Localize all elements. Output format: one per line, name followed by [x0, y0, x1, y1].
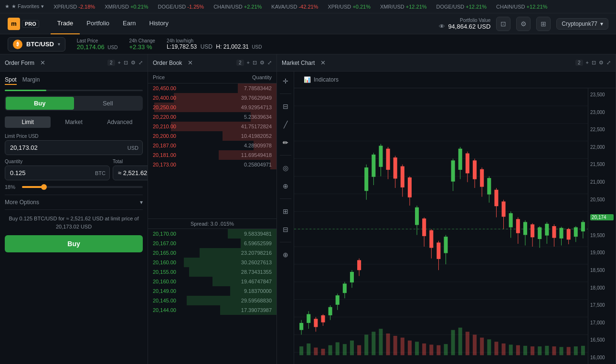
- market-chart-close-button[interactable]: ✕: [320, 59, 326, 66]
- expand-icon[interactable]: ⤢: [606, 60, 611, 66]
- slider-track[interactable]: [22, 186, 143, 188]
- bid-row[interactable]: 20,149.00 9.18370000: [148, 286, 276, 296]
- settings-icon[interactable]: ⚙: [131, 60, 136, 66]
- ask-bar: [154, 103, 276, 112]
- margin-tab[interactable]: Margin: [22, 76, 40, 85]
- add-panel-icon[interactable]: +: [118, 60, 121, 66]
- ticker-item[interactable]: XPR/USD -2.18%: [53, 4, 95, 10]
- bid-row[interactable]: 20,160.00 19.46747847: [148, 277, 276, 286]
- ruler-tool[interactable]: ⊞: [280, 206, 291, 217]
- more-options-toggle[interactable]: More Options ▾: [5, 195, 143, 210]
- layout-button[interactable]: ⊞: [536, 17, 551, 31]
- settings-icon[interactable]: ⚙: [599, 60, 604, 66]
- bookmark-tool[interactable]: ⊟: [280, 101, 291, 112]
- ask-row[interactable]: 20,400.00 39.76629949: [148, 93, 276, 103]
- favorites-dropdown[interactable]: ★ ★ Favorites ▾: [5, 3, 44, 10]
- bid-row[interactable]: 20,155.00 28.73431355: [148, 267, 276, 277]
- ask-row[interactable]: 20,450.00 7.78583442: [148, 83, 276, 93]
- bid-row[interactable]: 20,145.00 29.59568830: [148, 296, 276, 305]
- ask-row[interactable]: 20,250.00 49.92954713: [148, 103, 276, 112]
- ticker-item[interactable]: XMR/USD +0.21%: [105, 4, 148, 10]
- total-input[interactable]: [113, 166, 148, 180]
- advanced-tab[interactable]: Advanced: [97, 116, 143, 128]
- svg-rect-25: [329, 307, 332, 315]
- camera-tool[interactable]: ⊟: [280, 224, 291, 235]
- logo-icon: m: [8, 18, 20, 30]
- svg-rect-110: [401, 338, 404, 355]
- settings-button[interactable]: ⚙: [516, 17, 531, 31]
- bid-row[interactable]: 20,160.00 30.26027613: [148, 258, 276, 267]
- ticker-item[interactable]: DOGE/USD -1.25%: [158, 4, 204, 10]
- nav-trade[interactable]: Trade: [51, 13, 80, 34]
- bid-row[interactable]: 20,167.00 6.59652599: [148, 239, 276, 248]
- eye-tool[interactable]: ◎: [280, 162, 291, 174]
- buy-button[interactable]: Buy: [6, 97, 74, 110]
- indicators-button[interactable]: 📊 Indicators: [299, 74, 343, 85]
- add-panel-icon[interactable]: +: [247, 60, 250, 66]
- cursor-tool[interactable]: ✛: [280, 75, 291, 87]
- nav-portfolio[interactable]: Portfolio: [80, 13, 116, 34]
- ticker-item[interactable]: XMR/USD +12.21%: [380, 4, 427, 10]
- bid-row[interactable]: 20,165.00 23.20798216: [148, 248, 276, 258]
- detach-icon[interactable]: ⊡: [592, 60, 596, 66]
- order-form-title: Order Form: [5, 60, 34, 66]
- ticker-item[interactable]: CHAIN/USD +2.21%: [213, 4, 262, 10]
- ticker-item[interactable]: KAVA/USD -42.21%: [271, 4, 318, 10]
- ask-bar: [174, 93, 276, 103]
- ticker-item[interactable]: DOGE/USD +12.21%: [436, 4, 487, 10]
- svg-rect-97: [307, 343, 310, 355]
- ask-row[interactable]: 20,173.00 0.25804971: [148, 160, 276, 169]
- limit-price-input-row: USD: [5, 140, 143, 155]
- indicators-icon: 📊: [304, 76, 311, 83]
- order-form-close-button[interactable]: ✕: [40, 59, 45, 66]
- svg-rect-115: [436, 345, 440, 355]
- order-book-content: Price Quantity 20,450.00 7.78583442 20,4…: [148, 72, 276, 364]
- nav-history[interactable]: History: [143, 13, 175, 34]
- quantity-group: Quantity BTC: [5, 159, 110, 180]
- order-form-panel: Order Form ✕ 2 + ⊡ ⚙ ⤢ Spot Margin Buy S…: [0, 54, 148, 364]
- quantity-input[interactable]: [5, 166, 95, 180]
- pencil-tool[interactable]: ✏: [280, 137, 291, 148]
- expand-icon[interactable]: ⤢: [267, 60, 272, 66]
- submit-buy-button[interactable]: Buy: [5, 235, 143, 252]
- pair-selector[interactable]: ₿ BTC/USD ▾: [8, 37, 65, 52]
- trend-line-tool[interactable]: ╱: [280, 119, 291, 130]
- ask-row[interactable]: 20,210.00 41.75172824: [148, 122, 276, 131]
- order-form-count: 2: [107, 60, 115, 66]
- svg-rect-103: [350, 341, 354, 355]
- market-tab[interactable]: Market: [51, 116, 96, 128]
- limit-price-input[interactable]: [5, 141, 127, 155]
- y-axis: 23,500 23,000 22,500 22,000 21,500 21,00…: [588, 88, 616, 364]
- expand-icon[interactable]: ⤢: [138, 60, 143, 66]
- detach-icon[interactable]: ⊡: [253, 60, 257, 66]
- order-book-close-button[interactable]: ✕: [188, 59, 193, 66]
- bid-row[interactable]: 20,144.00 17.39073987: [148, 305, 276, 315]
- bid-bar: [184, 258, 276, 267]
- detach-icon[interactable]: ⊡: [124, 60, 128, 66]
- more-tools[interactable]: ⊕: [280, 249, 291, 260]
- order-book-panel-header: Order Book ✕ 2 + ⊡ ⚙ ⤢: [148, 54, 276, 72]
- logo[interactable]: m PRO: [8, 18, 39, 30]
- order-form-content: Spot Margin Buy Sell Limit Market Advanc…: [0, 72, 148, 364]
- limit-tab[interactable]: Limit: [5, 116, 51, 128]
- eye-icon[interactable]: 👁: [439, 23, 445, 30]
- bid-bar: [189, 267, 276, 277]
- ask-row[interactable]: 20,187.00 4.28909978: [148, 141, 276, 150]
- add-panel-icon[interactable]: +: [586, 60, 589, 66]
- ticker-item[interactable]: CHAIN/USD +12.21%: [496, 4, 547, 10]
- ticker-item[interactable]: XPR/USD +0.21%: [328, 4, 371, 10]
- spot-tab[interactable]: Spot: [5, 76, 17, 85]
- measure-tool[interactable]: ⊕: [280, 180, 291, 192]
- user-menu[interactable]: Cryptopunk77 ▾: [556, 18, 608, 30]
- ask-row[interactable]: 20,220.00 5.23639634: [148, 112, 276, 122]
- ask-row[interactable]: 20,200.00 10.41982052: [148, 131, 276, 141]
- bid-row[interactable]: 20,170.00 9.58339481: [148, 229, 276, 239]
- sell-button[interactable]: Sell: [74, 97, 142, 110]
- save-layout-button[interactable]: ⊡: [496, 17, 510, 31]
- svg-rect-113: [422, 343, 426, 355]
- slider-thumb[interactable]: [41, 184, 47, 190]
- settings-icon[interactable]: ⚙: [260, 60, 265, 66]
- ask-row[interactable]: 20,181.00 11.69549418: [148, 150, 276, 160]
- sub-header: ₿ BTC/USD ▾ Last Price 20,174.06 USD 24h…: [0, 34, 616, 54]
- nav-earn[interactable]: Earn: [116, 13, 142, 34]
